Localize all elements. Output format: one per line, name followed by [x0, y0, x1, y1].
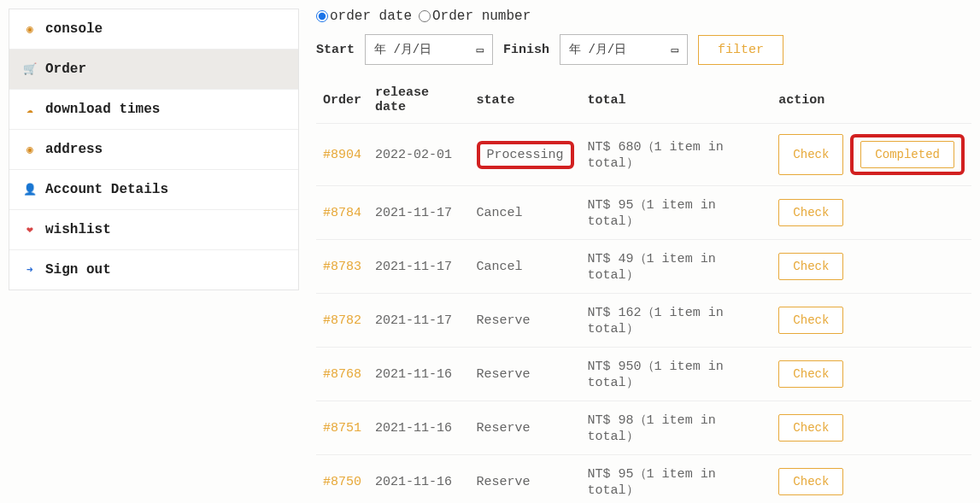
completed-button[interactable]: Completed [860, 141, 954, 168]
actions-wrap: CheckCompleted [778, 134, 965, 175]
sidebar-item-address[interactable]: ◉address [9, 130, 298, 170]
radio-order-number[interactable]: Order number [419, 9, 531, 24]
check-button[interactable]: Check [778, 360, 843, 388]
sidebar-item-account-details[interactable]: 👤Account Details [9, 170, 298, 210]
radio-order-date-label: order date [330, 9, 412, 24]
cell-order: #8784 [316, 186, 368, 240]
start-date-placeholder: 年 /月/日 [374, 42, 431, 57]
sidebar-item-order[interactable]: 🛒Order [9, 50, 298, 90]
cell-total: NT$ 49（1 item in total） [581, 240, 772, 294]
cell-actions: Check [772, 455, 971, 504]
user-icon: 👤 [23, 183, 37, 196]
actions-wrap: Check [778, 360, 965, 388]
cell-date: 2021-11-17 [368, 240, 470, 294]
orders-panel: order date Order number Start 年 /月/日 ▭ F… [316, 9, 971, 503]
cell-state: Reserve [470, 401, 581, 455]
cell-date: 2021-11-16 [368, 401, 470, 455]
heart-icon: ❤ [23, 223, 37, 237]
th-state: state [470, 77, 581, 124]
cell-total: NT$ 680（1 item in total） [581, 124, 772, 186]
order-link[interactable]: #8784 [323, 206, 361, 220]
sidebar-item-label: wishlist [45, 222, 111, 237]
filter-button[interactable]: filter [698, 35, 783, 65]
cell-actions: Check [772, 240, 971, 294]
state-highlight: Processing [477, 141, 574, 169]
cell-actions: CheckCompleted [772, 124, 971, 186]
sidebar-item-label: download times [45, 102, 160, 117]
cell-total: NT$ 162（1 item in total） [581, 294, 772, 348]
th-total: total [581, 77, 772, 124]
actions-wrap: Check [778, 199, 965, 226]
dashboard-icon: ◉ [23, 22, 37, 36]
radio-order-number-label: Order number [432, 9, 531, 24]
cell-order: #8782 [316, 294, 368, 348]
sidebar-item-label: console [45, 21, 103, 37]
cell-actions: Check [772, 186, 971, 240]
cell-state: Reserve [470, 455, 581, 504]
start-date-input[interactable]: 年 /月/日 ▭ [365, 34, 493, 65]
download-icon: ☁ [23, 102, 37, 116]
check-button[interactable]: Check [778, 199, 843, 226]
radio-order-number-input[interactable] [419, 10, 431, 22]
cell-actions: Check [772, 348, 971, 401]
cell-actions: Check [772, 401, 971, 455]
table-header-row: Order release date state total action [316, 77, 971, 124]
cell-state: Cancel [470, 240, 581, 294]
th-action: action [772, 77, 971, 124]
cell-order: #8751 [316, 401, 368, 455]
calendar-icon: ▭ [672, 43, 678, 57]
actions-wrap: Check [778, 307, 965, 334]
actions-wrap: Check [778, 253, 965, 280]
cell-total: NT$ 950（1 item in total） [581, 348, 772, 401]
cell-total: NT$ 95（1 item in total） [581, 186, 772, 240]
calendar-icon: ▭ [477, 43, 484, 57]
cell-order: #8783 [316, 240, 368, 294]
account-sidebar: ◉console🛒Order☁download times◉address👤Ac… [9, 9, 299, 290]
action-highlight: Completed [850, 134, 965, 175]
cell-date: 2021-11-16 [368, 348, 470, 401]
cell-order: #8904 [316, 124, 368, 186]
cart-icon: 🛒 [23, 62, 37, 76]
order-link[interactable]: #8782 [323, 313, 361, 328]
sidebar-item-sign-out[interactable]: ➜Sign out [9, 250, 298, 290]
order-link[interactable]: #8750 [323, 475, 361, 489]
order-link[interactable]: #8751 [323, 421, 361, 436]
cell-total: NT$ 98（1 item in total） [581, 401, 772, 455]
finish-label: Finish [503, 43, 549, 57]
sidebar-item-download-times[interactable]: ☁download times [9, 90, 298, 130]
check-button[interactable]: Check [778, 134, 843, 175]
cell-date: 2022-02-01 [368, 124, 470, 186]
th-order: Order [316, 77, 368, 124]
check-button[interactable]: Check [778, 414, 843, 442]
finish-date-input[interactable]: 年 /月/日 ▭ [560, 34, 688, 65]
table-row: #87502021-11-16ReserveNT$ 95（1 item in t… [316, 455, 971, 504]
cell-actions: Check [772, 294, 971, 348]
check-button[interactable]: Check [778, 468, 843, 495]
cell-state: Cancel [470, 186, 581, 240]
sidebar-item-wishlist[interactable]: ❤wishlist [9, 210, 298, 250]
actions-wrap: Check [778, 468, 965, 495]
filter-radio-group: order date Order number [316, 9, 971, 24]
orders-table: Order release date state total action #8… [316, 77, 971, 503]
table-row: #89042022-02-01ProcessingNT$ 680（1 item … [316, 124, 971, 186]
signout-icon: ➜ [23, 263, 37, 277]
cell-order: #8768 [316, 348, 368, 401]
cell-state: Processing [470, 124, 581, 186]
table-row: #87832021-11-17CancelNT$ 49（1 item in to… [316, 240, 971, 294]
order-link[interactable]: #8768 [323, 367, 361, 382]
order-link[interactable]: #8783 [323, 260, 361, 274]
cell-total: NT$ 95（1 item in total） [581, 455, 772, 504]
sidebar-item-label: Account Details [45, 182, 168, 197]
sidebar-item-console[interactable]: ◉console [9, 9, 298, 50]
table-row: #87512021-11-16ReserveNT$ 98（1 item in t… [316, 401, 971, 455]
sidebar-item-label: Sign out [45, 262, 111, 278]
cell-date: 2021-11-17 [368, 294, 470, 348]
sidebar-item-label: Order [45, 61, 86, 77]
radio-order-date[interactable]: order date [316, 9, 412, 24]
order-link[interactable]: #8904 [323, 148, 361, 162]
radio-order-date-input[interactable] [316, 10, 328, 22]
check-button[interactable]: Check [778, 307, 843, 334]
check-button[interactable]: Check [778, 253, 843, 280]
table-row: #87682021-11-16ReserveNT$ 950（1 item in … [316, 348, 971, 401]
cell-state: Reserve [470, 348, 581, 401]
